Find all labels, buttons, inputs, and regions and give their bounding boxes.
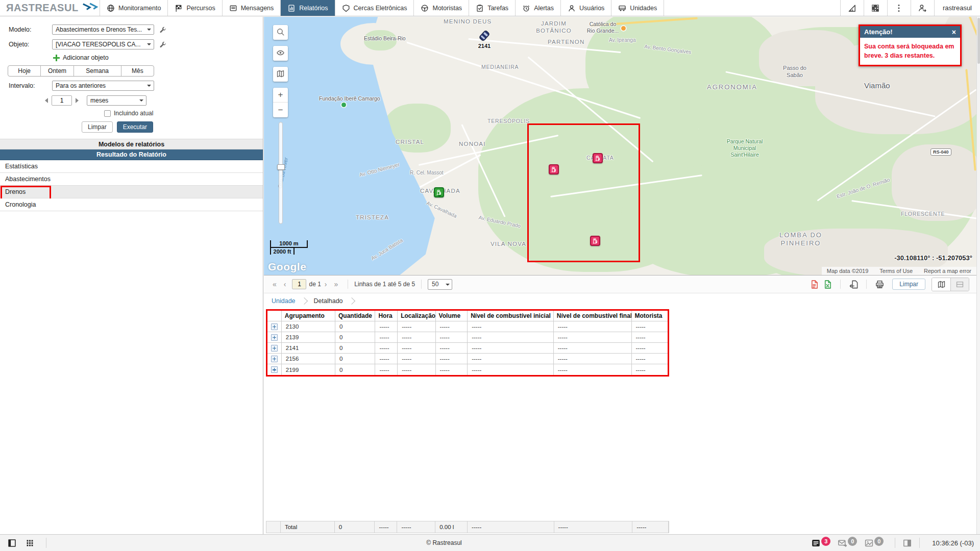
column-header-volume[interactable]: Volume [436, 311, 468, 321]
vertical-scrollbar[interactable] [976, 17, 980, 534]
nav-tab-mensagens[interactable]: Mensagens [223, 0, 281, 16]
range-hoje-button[interactable]: Hoje [8, 66, 41, 76]
vehicle-marker[interactable]: 2141 [472, 30, 497, 49]
breadcrumb-detalhado[interactable]: Detalhado [314, 297, 343, 305]
nav-tab-alertas[interactable]: Alertas [516, 0, 561, 16]
layout-panel-icon[interactable] [902, 538, 912, 548]
nav-tab-monitoramento[interactable]: Monitoramento [100, 0, 168, 16]
feed-icon[interactable] [811, 538, 821, 548]
page-size-select[interactable]: 50 [428, 279, 452, 290]
first-page-button[interactable]: « [269, 280, 280, 288]
report-error-link[interactable]: Report a map error [924, 268, 971, 274]
column-header-quantidade[interactable]: Quantidade [335, 311, 375, 321]
nav-tab-cercas-eletronicas[interactable]: Cercas Eletrônicas [335, 0, 414, 16]
objeto-select[interactable]: [VIACAO TERESOPOLIS CA... [52, 39, 154, 49]
map-zoom-slider[interactable] [279, 122, 283, 224]
last-page-button[interactable]: » [331, 280, 342, 288]
export-excel-icon[interactable] [821, 280, 834, 289]
column-header-nivel-de-combustivel-inicial[interactable]: Nível de combustível inicial [468, 311, 554, 321]
table-row[interactable]: 21410------------------------------ [267, 343, 668, 354]
nav-tab-unidades[interactable]: Unidades [611, 0, 664, 16]
page-number-input[interactable] [292, 279, 306, 289]
zoom-out-button[interactable]: − [273, 103, 288, 117]
map-view-toggle-icon[interactable] [932, 278, 950, 291]
scrollbar-thumb[interactable] [977, 18, 980, 64]
stepper-input[interactable] [52, 95, 72, 106]
result-item-drenos[interactable]: Drenos [0, 186, 263, 198]
map-canvas[interactable]: MENINO DEUSJARDIM BOTÂNICOCatólica do Ri… [264, 17, 976, 275]
expand-plus-icon[interactable] [271, 356, 278, 362]
section-modelos-header[interactable]: Modelos de relatórios [0, 139, 263, 149]
nav-tab-relatorios[interactable]: Relatórios [281, 0, 335, 16]
table-row[interactable]: 21990------------------------------ [267, 364, 668, 375]
map-label-vila-nova: VILA NOVA [491, 240, 526, 247]
export-file-icon[interactable] [847, 280, 860, 289]
image-icon[interactable] [864, 538, 874, 548]
stepper-decrement-button[interactable] [45, 98, 48, 103]
table-row[interactable]: 21390------------------------------ [267, 332, 668, 343]
drain-event-marker[interactable] [549, 164, 559, 174]
prev-page-button[interactable]: ‹ [280, 280, 290, 288]
range-mes-button[interactable]: Mês [121, 66, 154, 76]
unit-select[interactable]: meses [87, 95, 146, 106]
table-row[interactable]: 21560------------------------------ [267, 354, 668, 364]
mail-forward-icon[interactable] [838, 538, 847, 548]
nav-tab-percursos[interactable]: Percursos [168, 0, 222, 16]
executar-button[interactable]: Executar [117, 121, 153, 133]
cell-agrupamento: 2130 [282, 321, 335, 332]
print-icon[interactable] [873, 280, 886, 289]
total-motorista: ----- [632, 521, 669, 533]
user-switch-icon[interactable] [911, 0, 934, 16]
close-icon[interactable]: × [952, 29, 956, 36]
column-header-localizacao[interactable]: Localização [398, 311, 435, 321]
expand-plus-icon[interactable] [271, 345, 278, 352]
table-row[interactable]: 21300------------------------------ [267, 321, 668, 332]
column-header-nivel-de-combustivel-final[interactable]: Nível de combustível final [554, 311, 632, 321]
apps-grid-icon[interactable] [864, 0, 887, 16]
nav-tab-usuarios[interactable]: Usuários [561, 0, 611, 16]
nav-tab-tarefas[interactable]: Tarefas [469, 0, 516, 16]
stepper-increment-button[interactable] [76, 98, 79, 103]
grid-dots-icon[interactable] [25, 538, 35, 548]
modelo-settings-wrench-icon[interactable] [159, 26, 167, 34]
limpar-button[interactable]: Limpar [82, 121, 113, 133]
drain-event-marker[interactable] [593, 153, 603, 163]
modelo-select[interactable]: Abastecimentos e Drenos Tes... [52, 24, 154, 35]
modelo-value: Abastecimentos e Drenos Tes... [56, 26, 142, 33]
column-header-hora[interactable]: Hora [375, 311, 398, 321]
kebab-menu-icon[interactable] [887, 0, 911, 16]
column-header-agrupamento[interactable]: Agrupamento [282, 311, 335, 321]
section-resultado-header[interactable]: Resultado do Relatório [0, 149, 263, 160]
expand-plus-icon[interactable] [271, 323, 278, 330]
incluindo-atual-checkbox[interactable] [104, 110, 111, 117]
terms-link[interactable]: Terms of Use [879, 268, 913, 274]
username-label[interactable]: rastreasul [934, 0, 980, 16]
panel-toggle-icon[interactable] [7, 538, 17, 548]
export-pdf-icon[interactable] [807, 280, 821, 289]
expand-plus-icon[interactable] [271, 334, 278, 341]
nav-tab-motoristas[interactable]: Motoristas [414, 0, 469, 16]
results-limpar-button[interactable]: Limpar [892, 279, 925, 290]
range-semana-button[interactable]: Semana [74, 66, 121, 76]
map-search-button[interactable] [273, 25, 288, 40]
range-ontem-button[interactable]: Ontem [41, 66, 74, 76]
zoom-slider-handle[interactable] [277, 164, 285, 170]
measure-tool-icon[interactable] [840, 0, 864, 16]
objeto-settings-wrench-icon[interactable] [159, 41, 167, 48]
intervalo-select[interactable]: Para os anteriores [52, 81, 154, 91]
next-page-button[interactable]: › [321, 280, 331, 288]
result-item-cronologia[interactable]: Cronologia [0, 198, 263, 211]
add-object-button[interactable]: Adicionar objeto [53, 54, 263, 61]
result-item-abastecimentos[interactable]: Abastecimentos [0, 173, 263, 186]
fuel-station-marker[interactable] [434, 187, 444, 197]
zoom-in-button[interactable]: + [273, 88, 288, 103]
breadcrumb-unidade[interactable]: Unidade [272, 297, 296, 305]
column-header-motorista[interactable]: Motorista [632, 311, 668, 321]
drenos-report-table: AgrupamentoQuantidadeHoraLocalizaçãoVolu… [266, 309, 669, 377]
result-item-estatisticas[interactable]: Estatísticas [0, 160, 263, 173]
map-layers-button[interactable] [273, 67, 288, 82]
map-visibility-button[interactable] [273, 46, 288, 61]
drain-event-marker[interactable] [590, 236, 600, 246]
expand-plus-icon[interactable] [271, 366, 278, 373]
split-view-toggle-icon[interactable] [950, 278, 969, 291]
